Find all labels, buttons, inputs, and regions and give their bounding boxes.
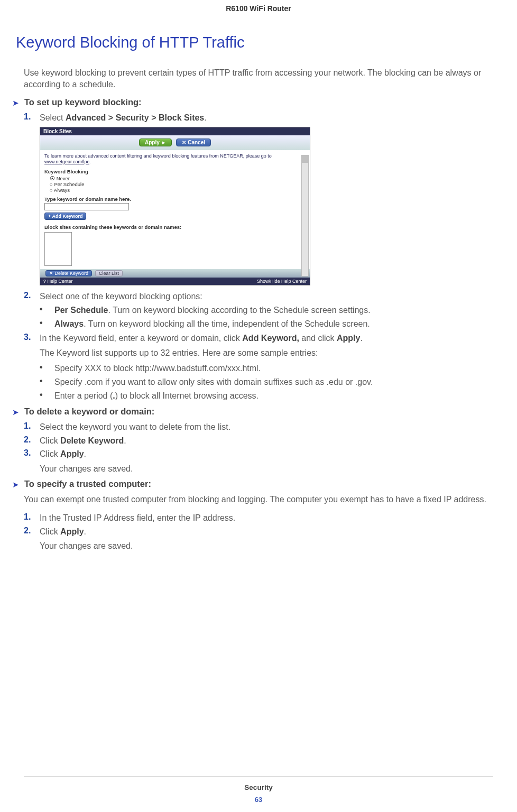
bullet-text: Specify .com if you want to allow only s… — [54, 376, 373, 388]
panel-body: To learn more about advanced content fil… — [40, 150, 310, 270]
step-row: 1. Select Advanced > Security > Block Si… — [24, 112, 493, 124]
procedure-title: To delete a keyword or domain: — [24, 407, 154, 417]
text: Click — [40, 449, 60, 458]
delete-keyword-button[interactable]: ✕ Delete Keyword — [45, 270, 92, 276]
text: . — [84, 527, 86, 536]
bullet-icon: • — [40, 390, 54, 400]
bullet-row: • Per Schedule. Turn on keyword blocking… — [24, 304, 493, 316]
step-number: 2. — [24, 291, 40, 300]
text: . — [84, 449, 86, 458]
info-text: To learn more about advanced content fil… — [44, 153, 306, 165]
procedure-heading: ➤ To specify a trusted computer: — [12, 479, 493, 490]
bold-text: Add Keyword, — [242, 334, 299, 343]
page-footer: Security 63 — [24, 777, 493, 804]
page-title: Keyword Blocking of HTTP Traffic — [16, 34, 493, 51]
text: In the Keyword field, enter a keyword or… — [40, 334, 242, 343]
bullet-text: Always. Turn on keyword blocking all the… — [54, 318, 370, 330]
add-keyword-button[interactable]: + Add Keyword — [44, 213, 86, 220]
keyword-blocking-label: Keyword Blocking — [44, 169, 306, 174]
toolbar: Apply ► ✕ Cancel — [40, 135, 310, 150]
type-keyword-label: Type keyword or domain name here. — [44, 196, 306, 202]
cancel-button[interactable]: ✕ Cancel — [176, 139, 211, 146]
step-row: 2. Click Delete Keyword. — [24, 435, 493, 447]
footer-section: Security — [24, 783, 493, 791]
step-subtext: The Keyword list supports up to 32 entri… — [24, 347, 493, 359]
step-row: 3. In the Keyword field, enter a keyword… — [24, 333, 493, 344]
intro-paragraph: Use keyword blocking to prevent certain … — [24, 67, 493, 90]
chevron-right-icon: ➤ — [12, 98, 19, 108]
bullet-text: Per Schedule. Turn on keyword blocking a… — [54, 304, 371, 316]
text: Select — [40, 113, 66, 122]
page-header: R6100 WiFi Router — [24, 0, 493, 34]
bold-text: Delete Keyword — [60, 436, 124, 445]
clear-list-button[interactable]: Clear List — [95, 270, 123, 276]
procedure-intro: You can exempt one trusted computer from… — [24, 494, 493, 505]
help-center-link[interactable]: ? Help Center — [43, 279, 73, 284]
step-number: 1. — [24, 512, 40, 522]
step-text: In the Trusted IP Address field, enter t… — [40, 512, 493, 524]
keyword-input[interactable] — [44, 203, 129, 210]
apply-button[interactable]: Apply ► — [139, 139, 172, 146]
chevron-right-icon: ➤ — [12, 480, 19, 490]
text: Click — [40, 436, 60, 445]
bullet-text: Specify XXX to block http://www.badstuff… — [54, 363, 261, 374]
bullet-icon: • — [40, 304, 54, 314]
step-number: 2. — [24, 526, 40, 536]
text: Click — [40, 527, 60, 536]
bullet-row: • Always. Turn on keyword blocking all t… — [24, 318, 493, 330]
text: and click — [299, 334, 337, 343]
scrollbar[interactable] — [301, 155, 309, 277]
step-row: 2. Select one of the keyword blocking op… — [24, 291, 493, 302]
bullet-row: • Specify .com if you want to allow only… — [24, 376, 493, 388]
step-text: Click Delete Keyword. — [40, 435, 493, 447]
radio-per-schedule[interactable]: ○ Per Schedule — [44, 181, 306, 187]
step-number: 2. — [24, 435, 40, 445]
bullet-icon: • — [40, 363, 54, 372]
step-subtext: Your changes are saved. — [24, 540, 493, 552]
bullet-icon: • — [40, 318, 54, 328]
window-titlebar: Block Sites — [40, 127, 310, 135]
step-text: Select Advanced > Security > Block Sites… — [40, 112, 493, 124]
embedded-screenshot: Block Sites Apply ► ✕ Cancel To learn mo… — [40, 127, 310, 286]
bullet-icon: • — [40, 376, 54, 386]
step-number: 1. — [24, 421, 40, 431]
keyword-listbox[interactable] — [44, 232, 72, 266]
radio-never[interactable]: ⦿ Never — [44, 176, 306, 181]
radio-label: Never — [57, 176, 70, 181]
step-text: In the Keyword field, enter a keyword or… — [40, 333, 493, 344]
step-text: Select one of the keyword blocking optio… — [40, 291, 493, 302]
step-text: Click Apply. — [40, 526, 493, 538]
text: ) to block all Internet browsing access. — [115, 391, 258, 400]
step-number: 3. — [24, 448, 40, 458]
step-row: 1. Select the keyword you want to delete… — [24, 421, 493, 433]
text: . — [360, 334, 362, 343]
option-label: Always — [54, 319, 84, 328]
radio-always[interactable]: ○ Always — [44, 187, 306, 193]
bullet-row: • Specify XXX to block http://www.badstu… — [24, 363, 493, 374]
bold-text: Apply — [337, 334, 360, 343]
help-bar: ? Help Center Show/Hide Help Center — [40, 278, 310, 285]
procedure-heading: ➤ To delete a keyword or domain: — [12, 407, 493, 417]
option-label: Per Schedule — [54, 306, 108, 315]
text: . Turn on keyword blocking all the time,… — [84, 319, 370, 328]
text: To learn more about advanced content fil… — [44, 153, 272, 159]
step-row: 3. Click Apply. — [24, 448, 493, 460]
footer-page-number: 63 — [24, 796, 493, 804]
info-link[interactable]: www.netgear.com/lpc — [44, 159, 89, 164]
step-text: Click Apply. — [40, 448, 493, 460]
radio-label: Per Schedule — [54, 181, 84, 187]
toggle-help-link[interactable]: Show/Hide Help Center — [257, 279, 307, 284]
bold-text: Apply — [60, 449, 84, 458]
chevron-right-icon: ➤ — [12, 408, 19, 417]
text: . — [204, 113, 206, 122]
text: . Turn on keyword blocking according to … — [108, 306, 370, 315]
step-text: Select the keyword you want to delete fr… — [40, 421, 493, 433]
radio-label: Always — [54, 187, 70, 193]
step-number: 1. — [24, 112, 40, 122]
bold-text: Apply — [60, 527, 84, 536]
scrollbar-thumb[interactable] — [302, 155, 308, 163]
action-row: ✕ Delete Keyword Clear List — [40, 269, 310, 278]
nav-path-text: Advanced > Security > Block Sites — [66, 113, 204, 122]
block-list-label: Block sites containing these keywords or… — [44, 224, 306, 230]
bullet-row: • Enter a period (.) to block all Intern… — [24, 390, 493, 402]
